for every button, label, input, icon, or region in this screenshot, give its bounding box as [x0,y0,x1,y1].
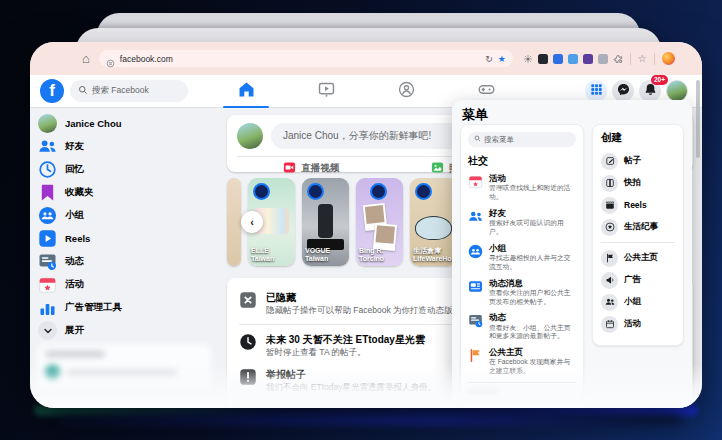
saved-bookmark-icon [38,183,57,202]
sidebar-item-see-more[interactable]: 展开 [34,319,224,342]
create-item-label: 小组 [624,296,641,308]
menu-item-title: 动态 [489,312,576,322]
tab-home[interactable] [225,75,267,108]
create-page[interactable]: 公共主页 [601,247,675,269]
menu-item-desc: 在 Facebook 发现商家并与之建立联系。 [489,358,576,376]
bookmark-outline-icon[interactable]: ☆ [638,53,647,64]
story-artwork [318,204,333,238]
sidebar-item-friends[interactable]: 好友 [34,135,224,158]
groups-ring-icon [398,81,415,102]
pages-flag-icon [468,348,483,363]
events-calendar-icon [468,174,483,189]
menu-item-desc: 搜索好友或可能认识的用户。 [489,219,576,237]
chevron-down-icon [38,321,57,340]
menu-item-title: 好友 [489,208,576,218]
feeds-icon [468,313,483,328]
create-item-label: Reels [624,200,647,210]
menu-search-input[interactable]: 搜索菜单 [468,132,576,147]
notifications-button[interactable]: 20+ [639,80,661,102]
menu-item-friends[interactable]: 好友 搜索好友或可能认识的用户。 [468,208,576,237]
page-scrollbar[interactable] [696,80,700,158]
story-card[interactable] [227,178,241,266]
sidebar-item-feeds[interactable]: 动态 [34,250,224,273]
tab-groups[interactable] [385,75,427,108]
left-sidebar: Janice Chou 好友 回忆 收藏夹 小组 Reels 动态 活动 [34,112,224,342]
live-video-button[interactable]: 直播视频 [237,161,386,176]
menu-item-newsfeed[interactable]: 动态消息 查看你关注的用户和公共主页发布的相关帖子。 [468,278,576,307]
create-story[interactable]: 快拍 [601,172,675,194]
home-icon [238,81,255,102]
search-icon [474,135,481,144]
create-event[interactable]: 活动 [601,313,675,335]
option-title: 未来 30 天暂不关注 ETtoday星光雲 [266,333,425,346]
account-avatar[interactable] [666,80,688,102]
sidebar-item-groups[interactable]: 小组 [34,204,224,227]
sidebar-item-reels[interactable]: Reels [34,227,224,250]
browser-profile-avatar[interactable] [662,52,675,65]
create-item-label: 生活纪事 [624,221,658,233]
story-name: VOGUE Taiwan [305,247,346,263]
grid-icon [590,82,603,100]
address-bar[interactable]: facebook.com ↻ ★ [99,50,513,67]
people-icon [601,294,618,311]
facebook-logo[interactable]: f [40,79,64,103]
groups-circle-icon [468,244,483,259]
extension-ublock-icon[interactable] [583,54,593,64]
tab-watch[interactable] [305,75,347,108]
create-item-label: 快拍 [624,177,641,189]
sidebar-item-memories[interactable]: 回忆 [34,158,224,181]
menu-item-feeds[interactable]: 动态 查看好友、小组、公共主页和更多来源的最新帖子。 [468,312,576,341]
reels-icon [38,229,57,248]
browser-home-icon[interactable]: ⌂ [82,52,90,65]
story-card-vogue[interactable]: VOGUE Taiwan [302,178,349,266]
sidebar-item-label: Reels [65,233,90,244]
search-placeholder: 搜索 Facebook [92,85,149,97]
extension-translate-icon[interactable] [553,54,563,64]
sidebar-item-events[interactable]: 活动 [34,273,224,296]
option-desc: 暂时停止查看 TA 的帖子。 [266,347,425,358]
menu-item-groups[interactable]: 小组 寻找志趣相投的人并与之交流互动。 [468,243,576,272]
browser-window: ⌂ facebook.com ↻ ★ ☆ f 搜索 Facebook [30,42,702,408]
newsfeed-icon [468,279,483,294]
menu-item-pages[interactable]: 公共主页 在 Facebook 发现商家并与之建立联系。 [468,347,576,376]
story-name: Bing R. Torcino [359,247,400,263]
story-card-lifewarehouse[interactable]: 生活倉庫 LifeWareHouse [410,178,457,266]
sidebar-item-profile[interactable]: Janice Chou [34,112,224,135]
button-label: 直播视频 [301,162,339,175]
create-item-label: 广告 [624,274,641,286]
stories-previous-button[interactable]: ‹ [241,211,263,233]
create-section-header: 创建 [601,131,675,145]
bookmark-star-icon[interactable]: ★ [498,54,506,64]
extension-gear-icon[interactable] [523,54,533,64]
extensions-puzzle-icon[interactable] [613,54,623,64]
story-card-bing[interactable]: Bing R. Torcino [356,178,403,266]
create-ad[interactable]: 广告 [601,269,675,291]
avatar[interactable] [237,123,263,149]
story-avatar-ring [253,183,270,200]
menu-item-desc: 管理或查找线上和附近的活动。 [489,184,576,202]
menu-item-events[interactable]: 活动 管理或查找线上和附近的活动。 [468,173,576,202]
gaming-icon [478,81,495,102]
address-url: facebook.com [120,54,480,64]
create-reel[interactable]: Reels [601,194,675,216]
create-item-label: 公共主页 [624,252,658,264]
menu-item-desc: 寻找志趣相投的人并与之交流互动。 [489,254,576,272]
divider [468,382,576,383]
create-group[interactable]: 小组 [601,291,675,313]
extension-dark-icon[interactable] [538,54,548,64]
site-info-icon[interactable] [106,54,115,63]
sidebar-blurred-card [36,344,212,392]
create-post[interactable]: 帖子 [601,150,675,172]
sidebar-item-saved[interactable]: 收藏夹 [34,181,224,204]
extension-image-icon[interactable] [568,54,578,64]
extension-grid-icon[interactable] [598,54,608,64]
apps-menu-button[interactable] [585,80,607,102]
menu-item-title: 小组 [489,243,576,253]
sidebar-item-ads-manager[interactable]: 广告管理工具 [34,296,224,319]
story-avatar-ring [370,183,387,200]
report-exclamation-icon [239,368,257,386]
create-life-event[interactable]: 生活纪事 [601,216,675,238]
facebook-search-input[interactable]: 搜索 Facebook [70,80,188,102]
reload-icon[interactable]: ↻ [485,54,493,64]
messenger-button[interactable] [612,80,634,102]
